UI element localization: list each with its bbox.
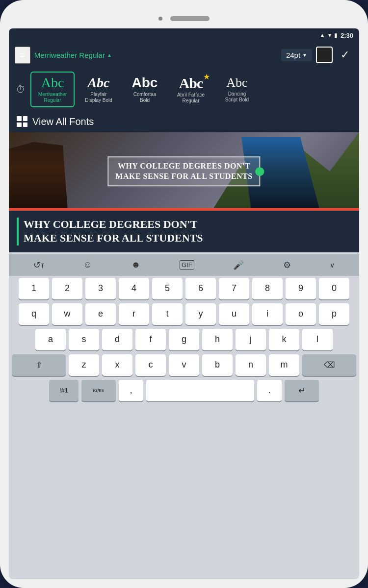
key-y[interactable]: y	[185, 303, 216, 325]
key-m[interactable]: m	[269, 354, 299, 376]
size-selector[interactable]: 24pt ▼	[281, 49, 312, 61]
comma-key[interactable]: ,	[119, 380, 143, 401]
font-preview-abril: Abc	[179, 75, 203, 91]
overlay-line2: MAKE SENSE FOR ALL STUDENTS	[115, 172, 252, 182]
keyboard-row-asdf: a s d f g h j k l	[12, 329, 356, 350]
green-handle-dot[interactable]	[256, 167, 264, 176]
key-x[interactable]: x	[102, 354, 132, 376]
key-f[interactable]: f	[135, 329, 166, 350]
image-text-overlay[interactable]: WHY COLLEGE DEGREES DON'T MAKE SENSE FOR…	[107, 156, 260, 187]
key-s[interactable]: s	[69, 329, 99, 350]
key-o[interactable]: o	[286, 303, 316, 325]
backspace-key[interactable]: ⌫	[302, 354, 356, 376]
content-area: WHY COLLEGE DEGREES DON'T MAKE SENSE FOR…	[9, 211, 359, 252]
font-label-comfortaa: ComfortaaBold	[133, 92, 157, 103]
kb-mic-icon[interactable]: 🎤	[233, 260, 244, 270]
font-item-comfortaa[interactable]: Abc ComfortaaBold	[123, 73, 167, 106]
key-d[interactable]: d	[102, 329, 132, 350]
font-name-label: Merriweather Regular	[34, 51, 105, 59]
font-preview-dancing: Abc	[226, 76, 247, 90]
font-selector-row: ⏱ Abc MerriweatherRegular Abc PlayfairDi…	[9, 68, 359, 111]
font-label-merriweather: MerriweatherRegular	[38, 92, 67, 103]
font-item-merriweather[interactable]: Abc MerriweatherRegular	[30, 72, 75, 107]
key-p[interactable]: p	[319, 303, 349, 325]
confirm-button[interactable]: ✓	[337, 47, 353, 63]
key-7[interactable]: 7	[219, 278, 249, 299]
shift-key[interactable]: ⇧	[12, 354, 66, 376]
key-3[interactable]: 3	[85, 278, 116, 299]
space-key[interactable]	[146, 380, 254, 401]
keyboard: ↺T ☺ ☻ GIF 🎤 ⚙ ∨ 1 2 3 4 5 6 7 8 9 0	[9, 252, 359, 579]
key-c[interactable]: c	[135, 354, 166, 376]
key-t[interactable]: t	[152, 303, 183, 325]
kb-emoji-icon[interactable]: ☺	[83, 260, 92, 270]
key-a[interactable]: a	[35, 329, 66, 350]
key-e[interactable]: e	[85, 303, 116, 325]
key-5[interactable]: 5	[152, 278, 183, 299]
key-r[interactable]: r	[119, 303, 149, 325]
key-9[interactable]: 9	[286, 278, 316, 299]
key-l[interactable]: l	[302, 329, 333, 350]
kb-sticker-icon[interactable]: ☻	[131, 260, 141, 270]
key-6[interactable]: 6	[185, 278, 216, 299]
font-label-playfair: PlayfairDisplay Bold	[85, 92, 112, 103]
status-bar: ▲ ▾ ▮ 2:30	[9, 28, 359, 42]
key-z[interactable]: z	[69, 354, 99, 376]
font-preview-playfair: Abc	[87, 75, 109, 91]
font-arrow-icon: ▲	[107, 52, 112, 58]
status-icons: ▲ ▾ ▮ 2:30	[319, 32, 353, 39]
overlay-line1: WHY COLLEGE DEGREES DON'T	[115, 161, 252, 172]
key-4[interactable]: 4	[119, 278, 149, 299]
key-j[interactable]: j	[236, 329, 266, 350]
phone-frame: ▲ ▾ ▮ 2:30 ≡ Merriweather Regular ▲ 24pt…	[0, 0, 368, 588]
kb-settings-icon[interactable]: ⚙	[283, 260, 291, 270]
font-size-label: 24pt	[286, 51, 300, 59]
kb-chevron-icon[interactable]: ∨	[330, 261, 335, 269]
kb-transform-icon[interactable]: ↺T	[33, 260, 44, 270]
color-button[interactable]	[316, 47, 333, 63]
key-u[interactable]: u	[219, 303, 249, 325]
time-display: 2:30	[341, 32, 353, 39]
language-key[interactable]: Kr/En	[81, 380, 116, 401]
key-q[interactable]: q	[19, 303, 49, 325]
key-h[interactable]: h	[202, 329, 233, 350]
font-preview-comfortaa: Abc	[132, 75, 158, 91]
key-g[interactable]: g	[169, 329, 199, 350]
font-item-dancing[interactable]: Abc DancingScript Bold	[215, 73, 259, 106]
key-0[interactable]: 0	[319, 278, 349, 299]
toolbar: ≡ Merriweather Regular ▲ 24pt ▼ ✓	[9, 42, 359, 68]
font-item-abril[interactable]: Abc Abril FatfaceRegular	[169, 72, 213, 107]
wifi-icon: ▾	[328, 32, 331, 39]
red-accent-bar	[9, 208, 359, 211]
font-item-playfair[interactable]: Abc PlayfairDisplay Bold	[77, 73, 121, 106]
history-icon: ⏱	[13, 84, 28, 95]
view-all-fonts-label: View All Fonts	[32, 116, 94, 127]
key-k[interactable]: k	[269, 329, 299, 350]
key-b[interactable]: b	[202, 354, 233, 376]
key-v[interactable]: v	[169, 354, 199, 376]
content-headline: WHY COLLEGE DEGREES DON'T MAKE SENSE FOR…	[17, 218, 351, 245]
period-key[interactable]: .	[257, 380, 282, 401]
key-8[interactable]: 8	[252, 278, 283, 299]
keyboard-row-zxcv: ⇧ z x c v b n m ⌫	[12, 354, 356, 376]
key-i[interactable]: i	[252, 303, 283, 325]
key-2[interactable]: 2	[52, 278, 82, 299]
view-all-fonts-row[interactable]: View All Fonts	[9, 111, 359, 132]
battery-icon: ▮	[334, 32, 338, 39]
keyboard-row-bottom: !#1 Kr/En , . ↵	[12, 380, 356, 401]
signal-icon: ▲	[319, 32, 325, 39]
person-silhouette-left	[9, 142, 107, 211]
key-1[interactable]: 1	[19, 278, 49, 299]
key-n[interactable]: n	[236, 354, 266, 376]
content-line2: MAKE SENSE FOR ALL STUDENTS	[24, 232, 203, 244]
font-label-abril: Abril FatfaceRegular	[177, 92, 205, 104]
symbol-key[interactable]: !#1	[49, 380, 79, 401]
keyboard-row-qwerty: q w e r t y u i o p	[12, 303, 356, 325]
kb-gif-icon[interactable]: GIF	[180, 260, 194, 270]
keyboard-toolbar: ↺T ☺ ☻ GIF 🎤 ⚙ ∨	[9, 254, 359, 276]
screen: ▲ ▾ ▮ 2:30 ≡ Merriweather Regular ▲ 24pt…	[9, 28, 359, 579]
hamburger-button[interactable]: ≡	[15, 47, 30, 64]
key-w[interactable]: w	[52, 303, 82, 325]
enter-key[interactable]: ↵	[285, 380, 319, 401]
font-selector[interactable]: Merriweather Regular ▲	[34, 51, 112, 59]
